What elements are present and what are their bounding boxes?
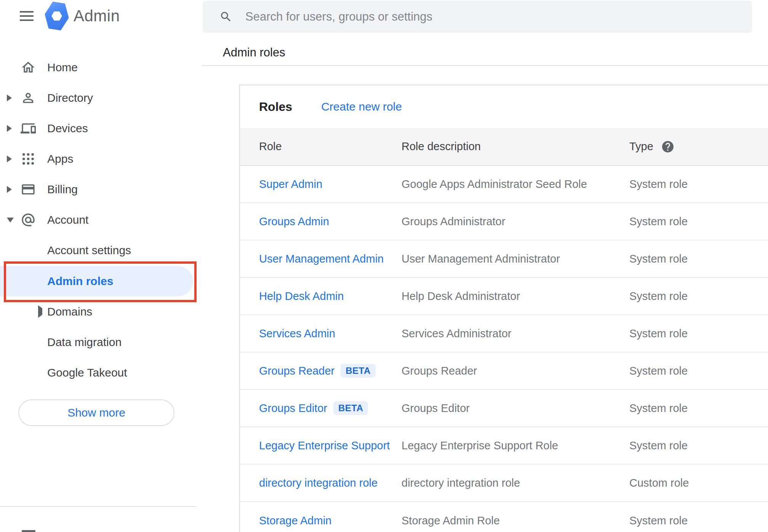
table-header-row: Role Role description Type bbox=[240, 128, 768, 166]
sidebar-item-billing[interactable]: Billing bbox=[0, 174, 196, 205]
role-description: Groups Reader bbox=[402, 365, 629, 377]
table-row: directory integration role directory int… bbox=[240, 465, 768, 502]
sidebar-item-domains[interactable]: Domains bbox=[0, 296, 196, 327]
menu-icon[interactable] bbox=[18, 7, 36, 25]
beta-badge: BETA bbox=[341, 364, 376, 378]
sidebar-item-google-takeout[interactable]: Google Takeout bbox=[0, 357, 196, 388]
table-row: Services Admin Services Administrator Sy… bbox=[240, 315, 768, 353]
column-header-role: Role bbox=[259, 140, 402, 153]
sidebar-item-label: Data migration bbox=[47, 336, 122, 349]
role-description: Services Administrator bbox=[402, 327, 629, 340]
sidebar-item-account[interactable]: Account bbox=[0, 205, 196, 235]
sidebar-item-admin-roles[interactable]: Admin roles bbox=[0, 266, 196, 296]
role-link[interactable]: Groups Admin bbox=[259, 215, 329, 228]
role-type: System role bbox=[629, 327, 768, 340]
role-type: System role bbox=[629, 439, 768, 452]
search-placeholder: Search for users, groups or settings bbox=[245, 10, 432, 24]
apps-grid-icon bbox=[21, 151, 36, 167]
sidebar-item-label: Devices bbox=[47, 122, 88, 135]
admin-logo-icon bbox=[45, 2, 69, 30]
breadcrumb: Admin roles bbox=[223, 46, 285, 59]
sidebar-item-label: Directory bbox=[47, 91, 93, 104]
expand-arrow-icon[interactable] bbox=[7, 186, 14, 193]
table-row: Legacy Enterprise Support Legacy Enterpr… bbox=[240, 427, 768, 465]
app-title: Admin bbox=[74, 7, 120, 25]
role-description: Legacy Enterprise Support Role bbox=[402, 439, 629, 452]
role-description: Google Apps Administrator Seed Role bbox=[402, 178, 629, 191]
home-icon bbox=[21, 60, 36, 75]
card-title-row: Roles Create new role bbox=[240, 85, 768, 128]
expand-arrow-icon[interactable] bbox=[7, 155, 14, 162]
credit-card-icon bbox=[21, 182, 36, 197]
expand-arrow-icon[interactable] bbox=[7, 95, 14, 101]
role-link[interactable]: Services Admin bbox=[259, 327, 335, 340]
sidebar-item-data-migration[interactable]: Data migration bbox=[0, 327, 196, 357]
role-description: Help Desk Administrator bbox=[402, 290, 629, 303]
sidebar-item-devices[interactable]: Devices bbox=[0, 113, 196, 144]
role-type: System role bbox=[629, 215, 768, 228]
sidebar-item-label: Account settings bbox=[47, 244, 131, 257]
expand-arrow-icon[interactable] bbox=[38, 308, 42, 315]
sidebar-item-label: Home bbox=[47, 61, 78, 74]
role-link[interactable]: Legacy Enterprise Support bbox=[259, 439, 390, 452]
role-type: System role bbox=[629, 253, 768, 265]
table-row: Storage Admin Storage Admin Role System … bbox=[240, 502, 768, 532]
beta-badge: BETA bbox=[333, 401, 368, 415]
create-new-role-link[interactable]: Create new role bbox=[321, 100, 402, 113]
sidebar-item-label: Apps bbox=[47, 152, 73, 165]
column-header-type: Type bbox=[629, 140, 768, 154]
role-description: Groups Administrator bbox=[402, 215, 629, 228]
role-type: System role bbox=[629, 514, 768, 527]
collapse-arrow-icon[interactable] bbox=[7, 218, 14, 223]
role-description: Storage Admin Role bbox=[402, 514, 629, 527]
role-type: System role bbox=[629, 365, 768, 377]
sidebar-item-account-settings[interactable]: Account settings bbox=[0, 235, 196, 266]
role-description: User Management Administrator bbox=[402, 253, 629, 265]
role-link[interactable]: Groups Editor bbox=[259, 402, 327, 415]
sidebar-item-label: Admin roles bbox=[47, 275, 113, 288]
table-row: Help Desk Admin Help Desk Administrator … bbox=[240, 278, 768, 315]
role-link[interactable]: Storage Admin bbox=[259, 514, 331, 527]
role-description: Groups Editor bbox=[402, 402, 629, 415]
table-row: Groups Reader BETA Groups Reader System … bbox=[240, 353, 768, 390]
role-type: System role bbox=[629, 402, 768, 415]
sidebar-item-label: Google Takeout bbox=[47, 366, 127, 379]
sidebar-item-directory[interactable]: Directory bbox=[0, 83, 196, 113]
show-more-button[interactable]: Show more bbox=[18, 399, 174, 426]
footer-partial-icon bbox=[22, 530, 35, 532]
table-row: Super Admin Google Apps Administrator Se… bbox=[240, 166, 768, 203]
role-link[interactable]: directory integration role bbox=[259, 477, 378, 489]
search-icon bbox=[219, 10, 232, 23]
role-type: Custom role bbox=[629, 477, 768, 489]
sidebar-item-home[interactable]: Home bbox=[0, 52, 196, 83]
search-input[interactable]: Search for users, groups or settings bbox=[203, 1, 752, 33]
table-row: Groups Editor BETA Groups Editor System … bbox=[240, 390, 768, 427]
role-type: System role bbox=[629, 290, 768, 303]
page-title: Roles bbox=[259, 100, 292, 114]
at-sign-icon bbox=[21, 212, 36, 228]
role-link[interactable]: Super Admin bbox=[259, 178, 322, 191]
help-circle-icon[interactable] bbox=[661, 140, 675, 154]
expand-arrow-icon[interactable] bbox=[7, 125, 14, 132]
sidebar-item-apps[interactable]: Apps bbox=[0, 144, 196, 174]
role-description: directory integration role bbox=[402, 477, 629, 489]
header-divider bbox=[202, 65, 768, 66]
sidebar-footer-divider bbox=[0, 506, 196, 507]
table-row: User Management Admin User Management Ad… bbox=[240, 240, 768, 278]
sidebar-item-label: Account bbox=[47, 213, 88, 226]
table-row: Groups Admin Groups Administrator System… bbox=[240, 203, 768, 240]
role-type: System role bbox=[629, 178, 768, 191]
sidebar: Admin Home Directory Devices Apps bbox=[0, 0, 196, 532]
person-icon bbox=[21, 90, 36, 106]
column-header-description: Role description bbox=[402, 140, 629, 153]
role-link[interactable]: Help Desk Admin bbox=[259, 290, 344, 303]
role-link[interactable]: User Management Admin bbox=[259, 253, 384, 265]
roles-card: Roles Create new role Role Role descript… bbox=[239, 85, 768, 532]
sidebar-item-label: Billing bbox=[47, 183, 78, 196]
sidebar-item-label: Domains bbox=[47, 305, 92, 318]
role-link[interactable]: Groups Reader bbox=[259, 365, 334, 377]
devices-icon bbox=[21, 121, 36, 136]
